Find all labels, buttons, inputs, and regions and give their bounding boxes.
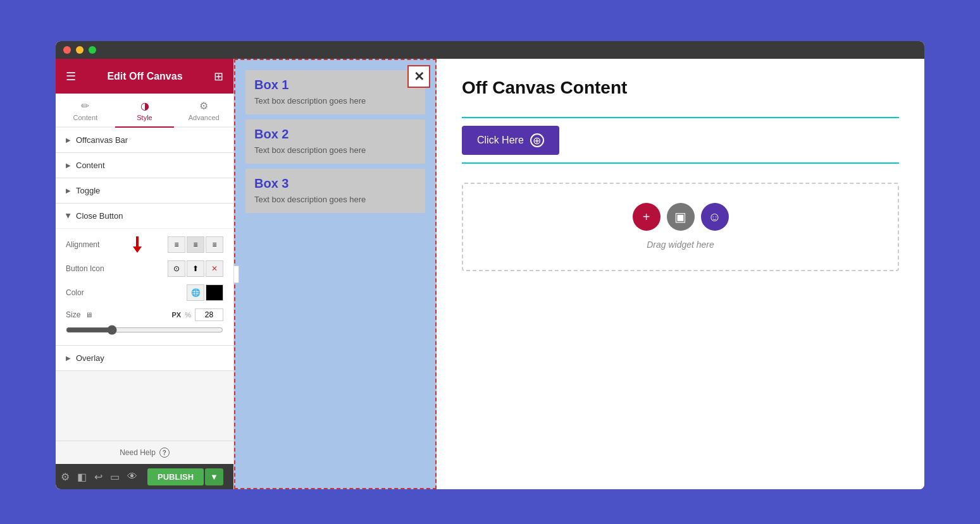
- size-slider-container: [66, 325, 223, 338]
- add-widget-button[interactable]: +: [633, 203, 661, 231]
- publish-dropdown-button[interactable]: ▼: [205, 468, 223, 485]
- main-content: Off Canvas Content Click Here ⊕ + ▣ ☺: [437, 59, 924, 489]
- box-2-title: Box 2: [254, 127, 416, 142]
- close-button-label: Close Button: [76, 211, 123, 221]
- chevron-right-icon-3: ▶: [66, 187, 71, 194]
- hamburger-icon[interactable]: ☰: [66, 70, 76, 83]
- box-1-desc: Text box description goes here: [254, 96, 416, 106]
- titlebar: [56, 41, 924, 59]
- arrow-head: [133, 247, 142, 253]
- size-row: Size 🖥 PX %: [66, 308, 223, 321]
- style-tab-icon: ◑: [140, 100, 149, 112]
- history-icon[interactable]: ↩: [94, 471, 102, 483]
- accordion-offcanvas-bar-header[interactable]: ▶ Offcanvas Bar: [56, 128, 233, 152]
- sidebar-header: ☰ Edit Off Canvas ⊞: [56, 59, 233, 94]
- close-button-body: Alignment ≡ ≡ ≡: [56, 228, 233, 345]
- color-controls: 🌐: [187, 284, 223, 301]
- settings-icon[interactable]: ⚙: [61, 471, 70, 483]
- toggle-label: Toggle: [76, 186, 100, 195]
- sidebar-tabs: ✏ Content ◑ Style ⚙ Advanced: [56, 94, 233, 128]
- publish-button[interactable]: PUBLISH: [147, 468, 204, 485]
- grid-icon[interactable]: ⊞: [214, 70, 223, 83]
- move-widget-button[interactable]: ▣: [667, 203, 695, 231]
- bottom-toolbar: ⚙ ◧ ↩ ▭ 👁 PUBLISH ▼: [56, 464, 233, 489]
- accordion-close-button: ▶ Close Button Alignment ≡: [56, 204, 233, 346]
- tab-advanced-label: Advanced: [189, 114, 220, 121]
- box-3-desc: Text box description goes here: [254, 195, 416, 204]
- overlay-label: Overlay: [76, 353, 104, 363]
- close-dot[interactable]: [63, 46, 71, 54]
- tab-style-label: Style: [137, 114, 152, 121]
- color-row: Color 🌐: [66, 284, 223, 301]
- size-input[interactable]: [195, 308, 223, 321]
- icon-action-buttons: ⊙ ⬆ ✕: [168, 260, 223, 277]
- accordion-overlay: ▶ Overlay: [56, 346, 233, 371]
- click-here-button[interactable]: Click Here ⊕: [462, 126, 559, 155]
- color-label: Color: [66, 288, 123, 297]
- unit-px-btn[interactable]: PX: [172, 311, 182, 319]
- sidebar-footer: Need Help ?: [56, 441, 233, 464]
- sidebar: ☰ Edit Off Canvas ⊞ ✏ Content ◑ Style ⚙ …: [56, 59, 234, 489]
- icon-clear-button[interactable]: ✕: [206, 260, 223, 277]
- color-global-icon[interactable]: 🌐: [187, 284, 204, 301]
- alignment-row: Alignment ≡ ≡ ≡: [66, 236, 223, 253]
- tab-content[interactable]: ✏ Content: [56, 94, 115, 128]
- box-2: Box 2 Text box description goes here: [245, 119, 425, 164]
- drag-widget-text: Drag widget here: [647, 240, 714, 250]
- accordion-content-header[interactable]: ▶ Content: [56, 153, 233, 178]
- offcanvas-bar-label: Offcanvas Bar: [76, 135, 128, 145]
- minimize-dot[interactable]: [76, 46, 84, 54]
- tab-advanced[interactable]: ⚙ Advanced: [174, 94, 233, 128]
- close-x-icon: ✕: [414, 69, 425, 84]
- accordion-toggle-header[interactable]: ▶ Toggle: [56, 178, 233, 203]
- close-x-button[interactable]: ✕: [407, 65, 430, 88]
- size-units: PX %: [172, 308, 223, 321]
- layers-icon[interactable]: ◧: [77, 471, 87, 483]
- window-body: ☰ Edit Off Canvas ⊞ ✏ Content ◑ Style ⚙ …: [56, 59, 924, 489]
- sidebar-title: Edit Off Canvas: [107, 71, 182, 82]
- alignment-buttons: ≡ ≡ ≡: [168, 236, 223, 253]
- alignment-label: Alignment: [66, 240, 123, 249]
- icon-upload-button[interactable]: ⬆: [187, 260, 204, 277]
- accordion-close-button-header[interactable]: ▶ Close Button: [56, 204, 233, 228]
- box-1-title: Box 1: [254, 78, 416, 92]
- help-icon: ?: [159, 448, 170, 458]
- click-here-label: Click Here: [477, 135, 524, 146]
- offcanvas-content-title: Off Canvas Content: [462, 78, 899, 98]
- arrow-shaft: [136, 236, 139, 247]
- preview-icon[interactable]: 👁: [127, 471, 137, 482]
- accordion-content: ▶ Content: [56, 153, 233, 178]
- offcanvas-panel: ✕ Box 1 Text box description goes here B…: [234, 59, 437, 489]
- align-right-button[interactable]: ≡: [206, 236, 223, 253]
- accordion-overlay-header[interactable]: ▶ Overlay: [56, 346, 233, 370]
- need-help[interactable]: Need Help ?: [66, 448, 223, 458]
- drag-widget-section: + ▣ ☺ Drag widget here: [462, 183, 899, 271]
- size-slider[interactable]: [66, 325, 223, 335]
- tab-style[interactable]: ◑ Style: [115, 94, 175, 128]
- collapse-arrow-button[interactable]: ‹: [234, 265, 239, 283]
- maximize-dot[interactable]: [89, 46, 96, 54]
- app-window: ☰ Edit Off Canvas ⊞ ✏ Content ◑ Style ⚙ …: [56, 41, 924, 489]
- chevron-down-icon: ▶: [65, 214, 72, 219]
- box-2-desc: Text box description goes here: [254, 145, 416, 155]
- align-left-button[interactable]: ≡: [168, 236, 185, 253]
- responsive-icon[interactable]: ▭: [110, 471, 120, 483]
- content-inner: Off Canvas Content Click Here ⊕ + ▣ ☺: [437, 59, 924, 290]
- box-3: Box 3 Text box description goes here: [245, 169, 425, 213]
- plus-circle-icon: ⊕: [530, 133, 544, 147]
- content-section-label: Content: [76, 161, 105, 170]
- align-center-button[interactable]: ≡: [187, 236, 204, 253]
- unit-pct-btn[interactable]: %: [185, 311, 191, 319]
- canvas-area: ✕ Box 1 Text box description goes here B…: [234, 59, 924, 489]
- icon-browse-button[interactable]: ⊙: [168, 260, 185, 277]
- accordion-offcanvas-bar: ▶ Offcanvas Bar: [56, 128, 233, 153]
- click-here-section: Click Here ⊕: [462, 117, 899, 164]
- advanced-tab-icon: ⚙: [199, 100, 208, 112]
- widget-settings-button[interactable]: ☺: [701, 203, 729, 231]
- box-1: Box 1 Text box description goes here: [245, 70, 425, 114]
- color-swatch[interactable]: [206, 284, 223, 301]
- alignment-arrow-indicator: [133, 236, 142, 253]
- chevron-right-icon-2: ▶: [66, 162, 71, 169]
- chevron-right-icon: ▶: [66, 137, 71, 143]
- content-tab-icon: ✏: [81, 100, 89, 112]
